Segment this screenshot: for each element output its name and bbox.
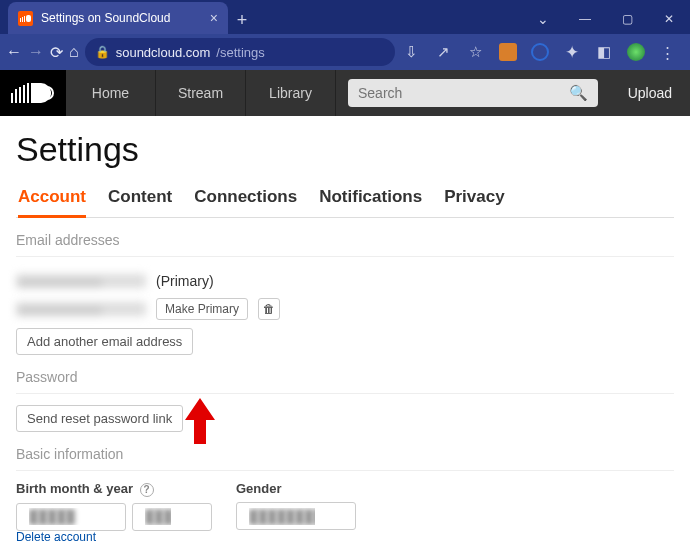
nav-home[interactable]: Home bbox=[66, 70, 156, 116]
birth-year-select[interactable]: ████ bbox=[132, 503, 212, 531]
lock-icon: 🔒 bbox=[95, 45, 110, 59]
svg-rect-4 bbox=[11, 93, 13, 103]
settings-page: Settings Account Content Connections Not… bbox=[0, 116, 690, 548]
browser-tab[interactable]: Settings on SoundCloud × bbox=[8, 2, 228, 34]
sidepanel-icon[interactable]: ◧ bbox=[593, 41, 615, 63]
tab-content[interactable]: Content bbox=[108, 183, 172, 217]
url-host: soundcloud.com bbox=[116, 45, 211, 60]
trash-icon: 🗑 bbox=[263, 302, 275, 316]
gender-select[interactable]: █████████ bbox=[236, 502, 356, 530]
svg-rect-8 bbox=[27, 83, 29, 103]
site-header: Home Stream Library 🔍 Upload bbox=[0, 70, 690, 116]
tab-privacy[interactable]: Privacy bbox=[444, 183, 505, 217]
gender-label: Gender bbox=[236, 481, 356, 496]
help-icon[interactable]: ? bbox=[140, 483, 154, 497]
chevron-down-icon[interactable]: ⌄ bbox=[522, 4, 564, 34]
section-email-addresses: Email addresses bbox=[16, 218, 674, 257]
soundcloud-favicon bbox=[18, 11, 33, 26]
svg-rect-1 bbox=[22, 17, 23, 22]
nav-library[interactable]: Library bbox=[246, 70, 336, 116]
section-password: Password bbox=[16, 355, 674, 394]
close-window-button[interactable]: ✕ bbox=[648, 4, 690, 34]
search-box[interactable]: 🔍 bbox=[348, 79, 598, 107]
back-button[interactable]: ← bbox=[6, 37, 22, 67]
profile-avatar[interactable] bbox=[625, 41, 647, 63]
add-email-button[interactable]: Add another email address bbox=[16, 328, 193, 355]
svg-rect-2 bbox=[24, 16, 25, 22]
svg-rect-6 bbox=[19, 87, 21, 103]
browser-titlebar: Settings on SoundCloud × + ⌄ ― ▢ ✕ bbox=[0, 0, 690, 34]
reload-button[interactable]: ⟳ bbox=[50, 37, 63, 67]
upload-link[interactable]: Upload bbox=[610, 85, 690, 101]
svg-rect-7 bbox=[23, 85, 25, 103]
primary-label: (Primary) bbox=[156, 273, 214, 289]
search-icon[interactable]: 🔍 bbox=[569, 84, 588, 102]
send-reset-password-button[interactable]: Send reset password link bbox=[16, 405, 183, 432]
toolbar-right: ⇩ ↗ ☆ ✦ ◧ ⋮ bbox=[401, 41, 685, 63]
install-icon[interactable]: ⇩ bbox=[401, 41, 423, 63]
settings-tabs: Account Content Connections Notification… bbox=[16, 183, 674, 218]
home-button[interactable]: ⌂ bbox=[69, 37, 79, 67]
svg-rect-5 bbox=[15, 89, 17, 103]
share-icon[interactable]: ↗ bbox=[433, 41, 455, 63]
address-bar[interactable]: 🔒 soundcloud.com/settings bbox=[85, 38, 395, 66]
page-title: Settings bbox=[16, 130, 674, 169]
tab-title: Settings on SoundCloud bbox=[41, 11, 170, 25]
email-row-primary: xxxxxxxxxxxx (Primary) bbox=[16, 267, 674, 295]
minimize-button[interactable]: ― bbox=[564, 4, 606, 34]
extension-2[interactable] bbox=[529, 41, 551, 63]
birth-month-select[interactable]: █████ bbox=[16, 503, 126, 531]
close-tab-icon[interactable]: × bbox=[210, 10, 218, 26]
nav-stream[interactable]: Stream bbox=[156, 70, 246, 116]
email-redacted: xxxxxxxxxxxx bbox=[16, 274, 146, 288]
make-primary-button[interactable]: Make Primary bbox=[156, 298, 248, 320]
forward-button[interactable]: → bbox=[28, 37, 44, 67]
tab-notifications[interactable]: Notifications bbox=[319, 183, 422, 217]
tab-connections[interactable]: Connections bbox=[194, 183, 297, 217]
browser-toolbar: ← → ⟳ ⌂ 🔒 soundcloud.com/settings ⇩ ↗ ☆ … bbox=[0, 34, 690, 70]
birth-label: Birth month & year ? bbox=[16, 481, 212, 497]
search-input[interactable] bbox=[358, 85, 569, 101]
birth-field: Birth month & year ? █████ ████ bbox=[16, 481, 212, 531]
url-path: /settings bbox=[216, 45, 264, 60]
maximize-button[interactable]: ▢ bbox=[606, 4, 648, 34]
window-controls: ⌄ ― ▢ ✕ bbox=[522, 4, 690, 34]
delete-email-button[interactable]: 🗑 bbox=[258, 298, 280, 320]
section-basic-info: Basic information bbox=[16, 432, 674, 471]
email-row-secondary: xxxxxxxxxxxx Make Primary 🗑 bbox=[16, 295, 674, 323]
svg-rect-3 bbox=[26, 15, 31, 22]
tab-account[interactable]: Account bbox=[18, 183, 86, 218]
extension-1[interactable] bbox=[497, 41, 519, 63]
delete-account-link[interactable]: Delete account bbox=[16, 530, 96, 544]
menu-icon[interactable]: ⋮ bbox=[657, 41, 679, 63]
soundcloud-logo[interactable] bbox=[0, 70, 66, 116]
svg-rect-0 bbox=[20, 18, 21, 22]
email-redacted: xxxxxxxxxxxx bbox=[16, 302, 146, 316]
new-tab-button[interactable]: + bbox=[228, 6, 256, 34]
extensions-icon[interactable]: ✦ bbox=[561, 41, 583, 63]
bookmark-icon[interactable]: ☆ bbox=[465, 41, 487, 63]
gender-field: Gender █████████ bbox=[236, 481, 356, 531]
